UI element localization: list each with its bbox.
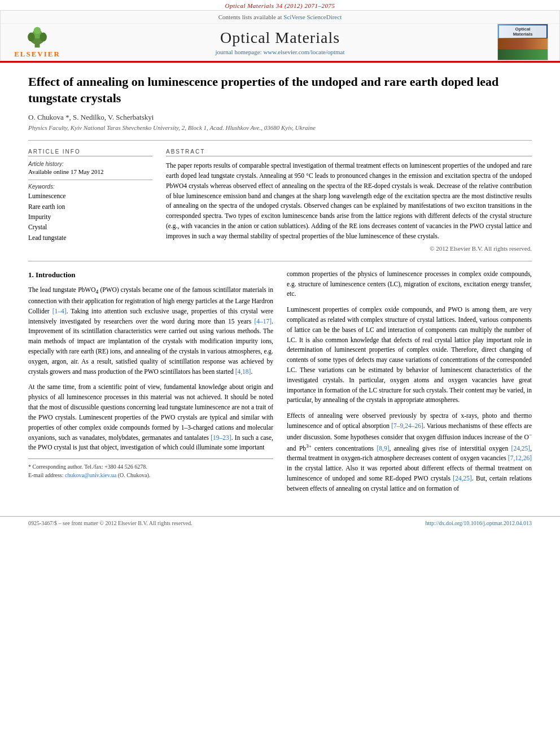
header-main: ELSEVIER Optical Materials journal homep…: [1, 24, 559, 60]
article-title: Effect of annealing on luminescence prop…: [28, 74, 532, 106]
article-info-label: ARTICLE INFO: [28, 148, 152, 156]
optical-materials-logo-image: OpticalMaterials: [497, 24, 548, 60]
homepage-label: journal homepage:: [216, 49, 262, 55]
elsevier-logo: ELSEVIER: [12, 26, 63, 59]
journal-title: Optical Materials: [63, 29, 497, 47]
right-para3: Effects of annealing were observed previ…: [287, 411, 532, 493]
right-para2: Luminescent properties of complex oxide …: [287, 305, 532, 405]
intro-para2: At the same time, from a scientific poin…: [28, 382, 273, 453]
article-content: Effect of annealing on luminescence prop…: [0, 63, 560, 510]
svg-point-5: [40, 32, 46, 41]
sciverse-link[interactable]: SciVerse ScienceDirect: [283, 14, 342, 20]
journal-header: Contents lists available at SciVerse Sci…: [0, 10, 560, 61]
keyword-rare-earth: Rare earth ion: [28, 202, 152, 212]
elsevier-tree-icon: [20, 26, 54, 49]
section-divider: [28, 140, 532, 141]
elsevier-text: ELSEVIER: [14, 50, 60, 59]
abstract-col: ABSTRACT The paper reports results of co…: [166, 148, 532, 252]
svg-point-4: [28, 32, 34, 41]
abstract-text: The paper reports results of comparable …: [166, 161, 532, 242]
article-history-label: Article history:: [28, 161, 152, 167]
article-info-abstract-row: ARTICLE INFO Article history: Available …: [28, 148, 532, 252]
intro-para1: The lead tungstate PbWO4 (PWO) crystals …: [28, 285, 273, 377]
footnote-email-text: E-mail address:: [28, 472, 65, 478]
keyword-luminescence: Luminescence: [28, 191, 152, 201]
keyword-lead-tungstate: Lead tungstate: [28, 233, 152, 243]
issn-text: 0925-3467/$ – see front matter © 2012 El…: [28, 520, 193, 526]
page: Optical Materials 34 (2012) 2071–2075 Co…: [0, 0, 560, 530]
doi-text[interactable]: http://dx.doi.org/10.1016/j.optmat.2012.…: [426, 520, 532, 526]
abstract-label: ABSTRACT: [166, 148, 532, 156]
sciverse-bar: Contents lists available at SciVerse Sci…: [1, 11, 559, 24]
introduction-heading: 1. Introduction: [28, 269, 273, 281]
authors-text: O. Chukova *, S. Nedilko, V. Scherbatsky…: [28, 113, 154, 121]
available-online: Available online 17 May 2012: [28, 168, 152, 175]
body-right-col: common properties of the physics of lumi…: [287, 269, 532, 500]
copyright: © 2012 Elsevier B.V. All rights reserved…: [166, 245, 532, 252]
body-content: 1. Introduction The lead tungstate PbWO4…: [28, 269, 532, 500]
homepage-url[interactable]: www.elsevier.com/locate/optmat: [263, 49, 344, 55]
footnote-name: (O. Chukova).: [116, 472, 150, 478]
body-left-col: 1. Introduction The lead tungstate PbWO4…: [28, 269, 273, 500]
keywords-list: Luminescence Rare earth ion Impurity Cry…: [28, 191, 152, 243]
footnote-email-link[interactable]: chukova@univ.kiev.ua: [65, 472, 116, 478]
bottom-bar: 0925-3467/$ – see front matter © 2012 El…: [0, 516, 560, 530]
footnote-email: E-mail address: chukova@univ.kiev.ua (O.…: [28, 471, 273, 479]
keyword-crystal: Crystal: [28, 222, 152, 232]
info-divider: [28, 180, 152, 180]
sciverse-text: Contents lists available at: [218, 14, 282, 20]
affiliation: Physics Faculty, Kyiv National Taras She…: [28, 124, 532, 131]
authors: O. Chukova *, S. Nedilko, V. Scherbatsky…: [28, 113, 532, 122]
footnote-star: * Corresponding author. Tel./fax: +380 4…: [28, 462, 273, 471]
journal-citation: Optical Materials 34 (2012) 2071–2075: [225, 2, 335, 9]
svg-point-3: [34, 27, 41, 33]
journal-homepage: journal homepage: www.elsevier.com/locat…: [63, 49, 497, 55]
article-info-col: ARTICLE INFO Article history: Available …: [28, 148, 152, 252]
right-para1: common properties of the physics of lumi…: [287, 269, 532, 299]
journal-citation-bar: Optical Materials 34 (2012) 2071–2075: [0, 0, 560, 10]
journal-title-center: Optical Materials journal homepage: www.…: [63, 24, 497, 60]
footnotes: * Corresponding author. Tel./fax: +380 4…: [28, 458, 273, 479]
body-divider: [28, 261, 532, 261]
keyword-impurity: Impurity: [28, 212, 152, 222]
keywords-label: Keywords:: [28, 184, 152, 190]
